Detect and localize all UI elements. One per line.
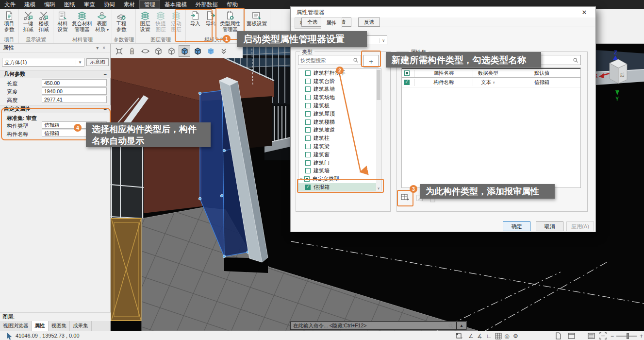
menu-item-9[interactable]: 外部数据 — [191, 0, 222, 9]
panel-tab-成果集[interactable]: 成果集 — [70, 321, 92, 331]
menu-item-0[interactable]: 文件 — [0, 0, 20, 9]
realistic-cube-icon[interactable] — [205, 45, 216, 57]
type-checkbox[interactable] — [305, 136, 311, 141]
collapse-icon[interactable]: − — [104, 106, 107, 112]
type-list-item-建筑柱[interactable]: 建筑柱 — [298, 134, 381, 142]
settings-gear-icon[interactable]: ⚙ — [512, 332, 520, 340]
collapse-icon[interactable]: − — [104, 71, 107, 77]
type-list-item-建筑屋顶[interactable]: 建筑屋顶 — [298, 110, 381, 118]
element-selector-combobox[interactable]: 立方体(1) ▼ — [2, 58, 84, 67]
group-checkbox[interactable] — [304, 176, 310, 182]
panel-collapse-icon[interactable]: ▾ — [94, 45, 100, 51]
data-type-dropdown[interactable]: 文本 ∨ — [473, 79, 503, 86]
shaded-cube-icon[interactable] — [179, 45, 190, 57]
panel-close-icon[interactable]: × — [100, 45, 107, 51]
type-list-item-建筑门[interactable]: 建筑门 — [298, 159, 381, 167]
type-list-item-信报箱[interactable]: 信报箱 — [298, 183, 381, 191]
list-view-icon[interactable] — [587, 332, 595, 340]
ortho-mode-icon[interactable]: ∟ — [485, 332, 493, 340]
type-checkbox[interactable] — [305, 127, 311, 133]
select-all-button[interactable]: 全选 — [301, 17, 323, 27]
type-checkbox[interactable] — [305, 103, 311, 108]
navigation-icon[interactable]: ◎ — [503, 332, 511, 340]
zoom-slider-thumb[interactable] — [627, 333, 629, 339]
grid-icon[interactable] — [494, 332, 502, 340]
window-view-icon[interactable] — [567, 332, 576, 340]
type-checkbox[interactable] — [305, 185, 311, 190]
menu-item-7[interactable]: 管理 — [139, 0, 160, 9]
dialog-titlebar[interactable]: 属性管理器 ✕ — [291, 7, 595, 17]
column-header[interactable]: 默认值 — [503, 70, 580, 77]
preview-button[interactable]: 示意图 — [86, 58, 109, 66]
type-list-item-建筑窗[interactable]: 建筑窗 — [298, 151, 381, 159]
row-checkbox[interactable] — [404, 80, 410, 85]
width-field[interactable]: 1940.00 — [42, 87, 107, 95]
ribbon-button-类型属性管理器[interactable]: 类型属性管理器 — [218, 9, 242, 32]
ribbon-button-面板设置[interactable]: 面板设置 — [245, 9, 268, 27]
zoom-out-icon[interactable]: − — [608, 332, 616, 340]
new-view-icon[interactable] — [554, 332, 562, 340]
ribbon-button-图层设置[interactable]: 图层设置 — [137, 9, 153, 32]
tab-properties[interactable]: 属性 — [321, 17, 342, 29]
menu-item-8[interactable]: 基本建模 — [160, 0, 191, 9]
type-checkbox[interactable] — [305, 79, 311, 84]
height-field[interactable]: 2977.41 — [42, 96, 107, 103]
ribbon-button-一键扣减[interactable]: 一键扣减 — [20, 9, 36, 32]
menu-item-2[interactable]: 编辑 — [40, 0, 60, 9]
panel-tab-属性[interactable]: 属性 — [32, 321, 49, 331]
type-checkbox[interactable] — [305, 111, 311, 117]
section-header-custom[interactable]: 自定义属性− — [0, 105, 111, 113]
ribbon-button-复合材料管理器[interactable]: 复合材料管理器 — [70, 9, 94, 32]
ribbon-button-工程参数[interactable]: 工程参数 — [114, 9, 129, 32]
zoom-in-icon[interactable]: + — [637, 332, 644, 340]
type-list-item-建筑楼梯[interactable]: 建筑楼梯 — [298, 118, 381, 126]
type-checkbox[interactable] — [305, 119, 311, 125]
type-checkbox[interactable] — [305, 144, 311, 149]
type-list-item-建筑幕墙[interactable]: 建筑幕墙 — [298, 85, 381, 94]
wireframe-cube-icon[interactable] — [152, 45, 164, 57]
invert-selection-button[interactable]: 反选 — [358, 17, 380, 27]
polar-tracking-icon[interactable]: ∠ — [467, 332, 475, 340]
length-field[interactable]: 450.00 — [42, 79, 107, 86]
orbit-icon[interactable] — [139, 45, 151, 57]
ribbon-button-楼板扣减[interactable]: 楼板扣减 — [36, 9, 51, 32]
ribbon-button-导出[interactable]: 导出 — [203, 9, 218, 27]
command-history-button[interactable]: ▲ — [457, 322, 466, 329]
menu-item-3[interactable]: 图纸 — [60, 0, 80, 9]
hiddenline-cube-icon[interactable] — [165, 45, 177, 57]
type-list-item-建筑场地[interactable]: 建筑场地 — [298, 93, 381, 102]
panel-tab-视图浏览器[interactable]: 视图浏览器 — [0, 321, 32, 331]
section-header-geometry[interactable]: 几何参数− — [0, 70, 111, 78]
ribbon-button-表面材质[interactable]: 表面材质 ▾ — [94, 9, 110, 33]
column-header[interactable]: 数据类型 — [473, 70, 503, 77]
panel-tab-视图集[interactable]: 视图集 — [49, 321, 70, 331]
menu-item-6[interactable]: 素材 — [119, 0, 139, 9]
type-list-item-建筑坡道[interactable]: 建筑坡道 — [298, 126, 381, 135]
type-checkbox[interactable] — [305, 168, 311, 173]
type-list-item-建筑台阶[interactable]: 建筑台阶 — [298, 77, 381, 85]
column-header[interactable]: 属性名称 — [414, 70, 473, 77]
command-input[interactable]: 在此输入命令... <隐藏:Ctrl+F12> — [291, 322, 456, 329]
type-search-input[interactable] — [300, 57, 353, 63]
type-checkbox[interactable] — [305, 95, 311, 100]
type-checkbox[interactable] — [305, 86, 311, 92]
type-search-box[interactable] — [298, 55, 361, 65]
type-checkbox[interactable] — [305, 160, 311, 166]
property-table-row[interactable]: 构件名称 文本 ∨ 信报箱 — [402, 78, 580, 87]
add-type-button[interactable]: ＋ — [363, 55, 379, 68]
shaded-edges-cube-icon[interactable] — [192, 45, 203, 57]
cancel-button[interactable]: 取消 — [536, 221, 563, 231]
type-list-item-建筑墙[interactable]: 建筑墙 — [298, 167, 381, 175]
object-snap-icon[interactable] — [455, 332, 463, 340]
close-icon[interactable]: ✕ — [579, 9, 590, 16]
menu-item-1[interactable]: 建模 — [20, 0, 40, 9]
type-list-scrollbar[interactable]: ∨ — [376, 69, 381, 191]
add-property-button[interactable] — [399, 191, 411, 203]
type-checkbox[interactable] — [305, 152, 311, 157]
zoom-extents-icon[interactable] — [113, 45, 125, 57]
menu-item-4[interactable]: 审查 — [80, 0, 99, 9]
fullscreen-icon[interactable] — [599, 332, 607, 340]
angle-snap-icon[interactable]: ∡ — [476, 332, 484, 340]
type-list-item-建筑板[interactable]: 建筑板 — [298, 102, 381, 110]
more-chevron-icon[interactable] — [218, 45, 230, 57]
